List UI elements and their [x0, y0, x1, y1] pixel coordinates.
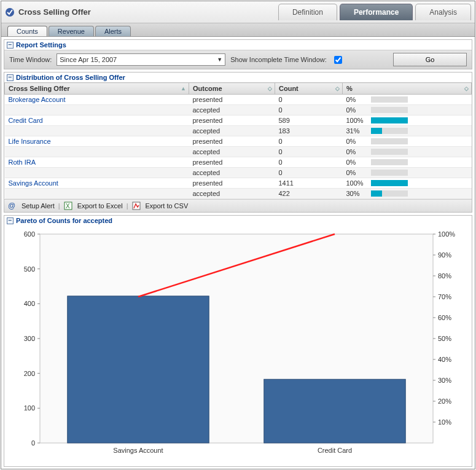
pareto-section: − Pareto of Counts for accepted 01002003…: [4, 215, 472, 467]
svg-rect-42: [264, 379, 405, 443]
table-row: Roth IRApresented00%: [5, 157, 472, 168]
report-settings-section: − Report Settings Time Window: Since Apr…: [4, 39, 472, 69]
offer-link[interactable]: Roth IRA: [9, 159, 36, 166]
time-window-label: Time Window:: [9, 56, 52, 63]
col-count[interactable]: Count ◇: [275, 83, 343, 95]
svg-text:400: 400: [24, 300, 35, 307]
count-cell: 589: [275, 116, 343, 126]
csv-icon: [132, 202, 141, 210]
distribution-table: Cross Selling Offer ▲ Outcome ◇ Count ◇ …: [4, 82, 472, 199]
pct-cell: 0%: [343, 136, 472, 147]
setup-alert-link[interactable]: Setup Alert: [21, 202, 55, 210]
show-incomplete-label: Show Incomplete Time Window:: [230, 56, 327, 63]
main-tab-analysis[interactable]: Analysis: [415, 4, 471, 20]
table-row: accepted42230%: [5, 189, 472, 199]
col-outcome[interactable]: Outcome ◇: [189, 83, 275, 95]
outcome-cell: presented: [189, 95, 275, 105]
svg-text:500: 500: [24, 265, 35, 273]
col-pct[interactable]: % ◇: [343, 83, 472, 95]
sort-indicator-icon: ◇: [335, 85, 340, 92]
svg-text:10%: 10%: [438, 418, 451, 426]
outcome-cell: accepted: [189, 147, 275, 157]
count-cell: 0: [275, 95, 343, 105]
count-cell: 0: [275, 157, 343, 168]
svg-text:0: 0: [31, 439, 35, 447]
outcome-cell: presented: [189, 157, 275, 168]
table-row: accepted00%: [5, 168, 472, 178]
sort-asc-icon: ▲: [181, 85, 186, 92]
export-excel-link[interactable]: Export to Excel: [77, 202, 123, 210]
svg-text:80%: 80%: [438, 272, 451, 280]
main-tab-performance[interactable]: Performance: [340, 4, 413, 20]
pct-cell: 30%: [343, 189, 472, 199]
sort-indicator-icon: ◇: [268, 85, 272, 92]
pct-cell: 0%: [343, 157, 472, 168]
pct-cell: 0%: [343, 105, 472, 116]
table-row: accepted00%: [5, 147, 472, 157]
svg-text:90%: 90%: [438, 251, 451, 259]
time-window-value: Since Apr 15, 2007: [60, 56, 117, 63]
table-toolbar: @ Setup Alert | X Export to Excel | Expo…: [4, 199, 472, 212]
count-cell: 0: [275, 168, 343, 178]
collapse-icon[interactable]: −: [7, 74, 14, 81]
svg-text:@: @: [8, 202, 15, 210]
count-cell: 422: [275, 189, 343, 199]
svg-text:Credit Card: Credit Card: [318, 447, 352, 454]
pct-cell: 0%: [343, 147, 472, 157]
chevron-down-icon: ▼: [217, 57, 222, 63]
count-cell: 0: [275, 136, 343, 147]
collapse-icon[interactable]: −: [7, 217, 14, 224]
outcome-cell: presented: [189, 116, 275, 126]
pareto-chart: 010020030040050060010%20%30%40%50%60%70%…: [4, 225, 473, 466]
show-incomplete-checkbox[interactable]: [334, 56, 342, 64]
svg-text:30%: 30%: [438, 377, 451, 384]
svg-text:100%: 100%: [438, 230, 455, 238]
svg-text:300: 300: [24, 335, 35, 342]
page-title: Cross Selling Offer: [18, 7, 91, 17]
svg-text:20%: 20%: [438, 398, 451, 405]
table-row: Brokerage Accountpresented00%: [5, 95, 472, 105]
svg-text:200: 200: [24, 370, 35, 377]
sub-tab-counts[interactable]: Counts: [7, 26, 47, 36]
excel-icon: X: [64, 202, 72, 210]
table-row: accepted00%: [5, 105, 472, 116]
export-csv-link[interactable]: Export to CSV: [146, 202, 189, 210]
pct-cell: 100%: [343, 116, 472, 126]
report-settings-header: Report Settings: [16, 41, 66, 49]
outcome-cell: accepted: [189, 189, 275, 199]
svg-text:50%: 50%: [438, 335, 451, 342]
distribution-header: Distribution of Cross Selling Offer: [16, 74, 125, 81]
sub-tab-alerts[interactable]: Alerts: [95, 26, 131, 36]
count-cell: 1411: [275, 178, 343, 189]
svg-text:X: X: [66, 203, 70, 210]
offer-link[interactable]: Credit Card: [9, 117, 43, 124]
outcome-cell: accepted: [189, 126, 275, 136]
sub-tab-revenue[interactable]: Revenue: [49, 26, 94, 36]
alert-icon: @: [8, 202, 17, 210]
time-window-select[interactable]: Since Apr 15, 2007 ▼: [57, 53, 225, 66]
col-offer[interactable]: Cross Selling Offer ▲: [5, 83, 189, 95]
go-button[interactable]: Go: [393, 53, 467, 66]
svg-text:60%: 60%: [438, 314, 451, 321]
outcome-cell: accepted: [189, 168, 275, 178]
distribution-section: − Distribution of Cross Selling Offer Cr…: [4, 72, 472, 213]
offer-link[interactable]: Life Insurance: [9, 138, 51, 145]
svg-text:600: 600: [24, 230, 35, 238]
count-cell: 0: [275, 105, 343, 116]
pct-cell: 100%: [343, 178, 472, 189]
offer-link[interactable]: Savings Account: [9, 179, 58, 187]
main-tab-definition[interactable]: Definition: [278, 4, 337, 20]
pareto-header: Pareto of Counts for accepted: [16, 217, 112, 224]
svg-text:40%: 40%: [438, 356, 451, 363]
outcome-cell: presented: [189, 136, 275, 147]
app-icon: [5, 7, 15, 17]
svg-rect-40: [68, 296, 209, 443]
outcome-cell: presented: [189, 178, 275, 189]
offer-link[interactable]: Brokerage Account: [9, 96, 66, 103]
collapse-icon[interactable]: −: [7, 42, 14, 49]
sort-indicator-icon: ◇: [464, 85, 469, 92]
table-row: Savings Accountpresented1411100%: [5, 178, 472, 189]
table-row: accepted18331%: [5, 126, 472, 136]
svg-text:70%: 70%: [438, 293, 451, 300]
svg-text:Savings Account: Savings Account: [113, 447, 163, 454]
